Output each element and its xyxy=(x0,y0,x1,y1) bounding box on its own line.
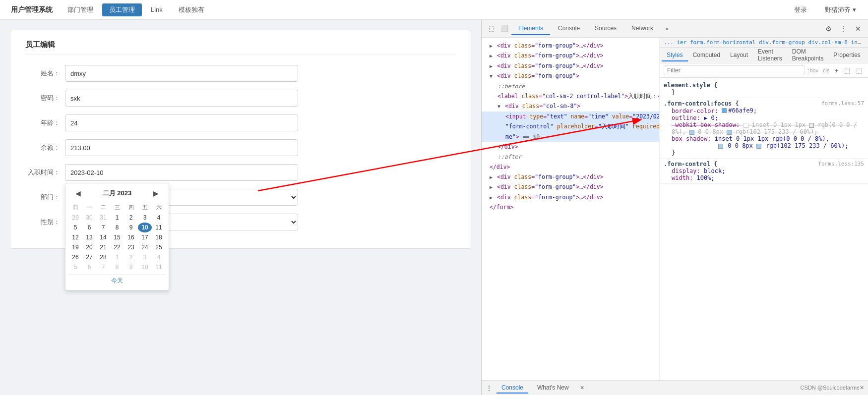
cal-day-cell[interactable]: 22 xyxy=(110,242,124,252)
cal-day-cell[interactable]: 2 xyxy=(124,252,138,262)
css-prop-webkit-box-shadow[interactable]: -webkit-box-shadow: inset 0 1px 1px rgb(… xyxy=(664,121,864,135)
cal-day-cell[interactable]: 21 xyxy=(96,242,110,252)
html-line-form-close[interactable]: </form> xyxy=(482,202,659,212)
html-line[interactable]: ▼ <div class="col-sm-8"> xyxy=(482,101,659,111)
cal-day-cell[interactable]: 3 xyxy=(138,252,152,262)
nav-item-link[interactable]: Link xyxy=(144,4,170,15)
cal-day-cell[interactable]: 16 xyxy=(124,232,138,242)
style-tab-styles[interactable]: Styles xyxy=(662,50,688,61)
input-balance[interactable] xyxy=(65,139,298,156)
html-line[interactable]: <label class="col-sm-2 control-label">入职… xyxy=(482,91,659,101)
color-swatch-border[interactable] xyxy=(722,108,727,113)
cal-day-cell[interactable]: 31 xyxy=(96,213,110,223)
breadcrumb-form[interactable]: form.form-horizontal xyxy=(690,39,755,46)
cal-day-cell[interactable]: 29 xyxy=(68,213,82,223)
html-line[interactable]: ▼ <div class="form-group"> xyxy=(482,71,659,81)
html-line-pseudo-after[interactable]: ::after xyxy=(482,152,659,162)
html-line-selected[interactable]: <input type="text" name="time" value="20… xyxy=(482,112,659,121)
devtools-tab-sources[interactable]: Sources xyxy=(588,22,623,35)
cal-day-cell[interactable]: 8 xyxy=(110,262,124,272)
cal-day-cell[interactable]: 6 xyxy=(82,223,96,232)
nav-item-dept[interactable]: 部门管理 xyxy=(61,3,100,16)
bottom-tab-whats-new[interactable]: What's New xyxy=(532,383,574,394)
style-tab-event-listeners[interactable]: Event Listeners xyxy=(753,46,787,65)
css-prop-box-shadow-2[interactable]: 0 0 8px rgb(102 175 233 / 60%); xyxy=(664,142,864,149)
cal-prev-button[interactable]: ◀ xyxy=(72,188,84,198)
cal-day-cell[interactable]: 2 xyxy=(124,213,138,223)
cal-next-button[interactable]: ▶ xyxy=(150,188,162,198)
html-line[interactable]: ▶ <div class="form-group">…</div> xyxy=(482,172,659,182)
devtools-close-icon[interactable]: ✕ xyxy=(852,23,864,35)
devtools-tab-console[interactable]: Console xyxy=(551,22,587,35)
devtools-bottom-menu-icon[interactable]: ⋮ xyxy=(486,384,493,392)
nav-user[interactable]: 野猪沛齐 ▾ xyxy=(818,3,863,16)
cal-day-cell[interactable]: 10 xyxy=(138,262,152,272)
cal-day-cell[interactable]: 11 xyxy=(152,223,166,232)
html-line[interactable]: </div> xyxy=(482,162,659,172)
cal-day-cell[interactable]: 23 xyxy=(124,242,138,252)
add-style-icon[interactable]: + xyxy=(832,66,840,75)
input-age[interactable] xyxy=(65,114,298,131)
css-selector-focus[interactable]: .form-control:focus { forms.less:57 xyxy=(664,100,864,107)
cal-day-cell[interactable]: 12 xyxy=(68,232,82,242)
input-name[interactable] xyxy=(65,65,298,82)
cal-day-cell[interactable]: 20 xyxy=(82,242,96,252)
devtools-tab-elements[interactable]: Elements xyxy=(511,22,550,35)
nav-item-tmpl[interactable]: 模板独有 xyxy=(172,3,211,16)
toggle-box-2[interactable]: ⬚ xyxy=(854,66,864,75)
cal-day-cell[interactable]: 7 xyxy=(96,262,110,272)
devtools-settings-icon[interactable]: ⚙ xyxy=(822,23,834,35)
css-selector-form-control[interactable]: .form-control { forms.less:135 xyxy=(664,161,864,168)
cal-day-cell[interactable]: 4 xyxy=(152,213,166,223)
pseudo-cls[interactable]: .cls xyxy=(821,67,830,73)
cal-day-cell[interactable]: 3 xyxy=(138,213,152,223)
bottom-close-button[interactable]: ✕ xyxy=(578,384,586,392)
html-line-pseudo[interactable]: ::before xyxy=(482,81,659,91)
css-prop-outline[interactable]: outline: ▶ 0; xyxy=(664,114,864,121)
html-line-selected-2[interactable]: "form-control" placeholder="入职时间" requir… xyxy=(482,121,659,131)
css-prop-display[interactable]: display: block; xyxy=(664,168,864,174)
cal-day-cell[interactable]: 30 xyxy=(82,213,96,223)
nav-item-emp[interactable]: 员工管理 xyxy=(102,3,142,16)
cal-day-cell[interactable]: 1 xyxy=(110,213,124,223)
cal-day-cell[interactable]: 1 xyxy=(110,252,124,262)
bottom-tab-console[interactable]: Console xyxy=(496,383,528,394)
style-tab-properties[interactable]: Properties xyxy=(828,50,866,61)
style-tab-more[interactable]: » xyxy=(866,50,868,61)
cal-day-cell[interactable]: 11 xyxy=(152,262,166,272)
cal-day-cell[interactable]: 4 xyxy=(152,252,166,262)
css-prop-border-color[interactable]: border-color: #66afe9; xyxy=(664,107,864,114)
pseudo-hover[interactable]: :hov xyxy=(808,67,818,73)
cal-day-cell[interactable]: 9 xyxy=(124,223,138,232)
cal-day-cell[interactable]: 5 xyxy=(68,223,82,232)
cal-day-cell[interactable]: 14 xyxy=(96,232,110,242)
html-line-selected-3[interactable]: me"> == $0 xyxy=(482,132,659,142)
cal-day-cell[interactable]: 6 xyxy=(82,262,96,272)
cal-day-cell[interactable]: 28 xyxy=(96,252,110,262)
style-tab-computed[interactable]: Computed xyxy=(688,50,725,61)
cal-day-cell[interactable]: 26 xyxy=(68,252,82,262)
devtools-tab-network[interactable]: Network xyxy=(624,22,660,35)
devtools-mobile-icon[interactable]: ⬜ xyxy=(498,23,510,35)
breadcrumb-formgroup[interactable]: div.form-group xyxy=(759,39,805,46)
cal-day-cell[interactable]: 25 xyxy=(152,242,166,252)
html-line[interactable]: ▶ <div class="form-group">…</div> xyxy=(482,192,659,202)
html-line[interactable]: </div> xyxy=(482,142,659,152)
breadcrumb-colsm8[interactable]: div.col-sm-8 xyxy=(808,39,847,46)
cal-day-cell[interactable]: 7 xyxy=(96,223,110,232)
cal-day-cell[interactable]: 15 xyxy=(110,232,124,242)
css-prop-width[interactable]: width: 100%; xyxy=(664,174,864,181)
breadcrumb-item[interactable]: ... xyxy=(664,39,674,46)
style-tab-layout[interactable]: Layout xyxy=(725,50,753,61)
cal-day-cell[interactable]: 8 xyxy=(110,223,124,232)
cal-day-cell[interactable]: 24 xyxy=(138,242,152,252)
cal-day-cell-selected[interactable]: 10 xyxy=(138,223,152,232)
cal-day-cell[interactable]: 5 xyxy=(68,262,82,272)
cal-day-cell[interactable]: 18 xyxy=(152,232,166,242)
devtools-more-icon[interactable]: ⋮ xyxy=(837,23,849,35)
css-selector-element[interactable]: element.style { xyxy=(664,82,864,89)
toggle-box-1[interactable]: ⬚ xyxy=(842,66,852,75)
filter-input[interactable] xyxy=(664,65,805,75)
html-line[interactable]: ▶ <div class="form-group">…</div> xyxy=(482,182,659,192)
cal-day-cell[interactable]: 27 xyxy=(82,252,96,262)
